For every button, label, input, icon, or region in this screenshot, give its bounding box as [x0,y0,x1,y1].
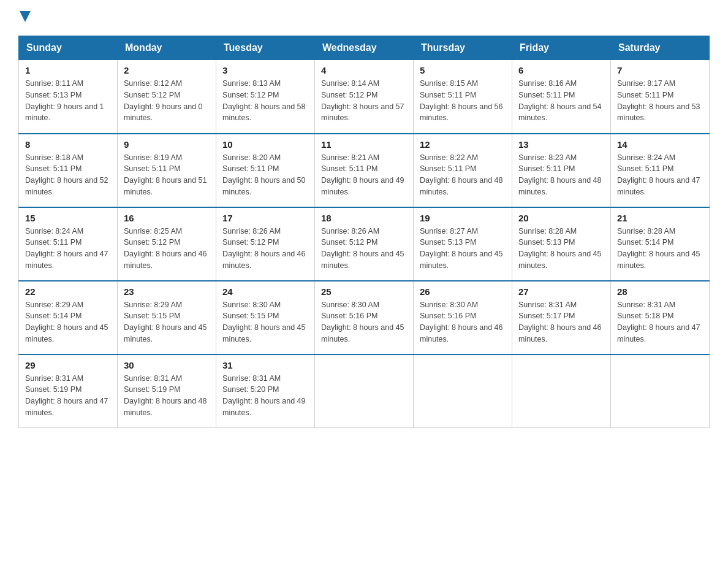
week-row-1: 1 Sunrise: 8:11 AMSunset: 5:13 PMDayligh… [19,60,710,134]
day-info: Sunrise: 8:15 AMSunset: 5:11 PMDaylight:… [420,78,506,124]
week-row-3: 15 Sunrise: 8:24 AMSunset: 5:11 PMDaylig… [19,207,710,281]
day-info: Sunrise: 8:29 AMSunset: 5:15 PMDaylight:… [124,299,210,345]
day-number: 3 [222,65,308,75]
column-header-wednesday: Wednesday [315,36,414,60]
day-number: 5 [420,65,506,75]
day-info: Sunrise: 8:16 AMSunset: 5:11 PMDaylight:… [518,78,604,124]
day-number: 8 [25,139,111,150]
svg-marker-0 [20,11,31,22]
calendar-cell: 30 Sunrise: 8:31 AMSunset: 5:19 PMDaylig… [118,354,216,428]
calendar-cell: 24 Sunrise: 8:30 AMSunset: 5:15 PMDaylig… [216,281,315,354]
day-number: 13 [518,139,604,150]
calendar-cell: 12 Sunrise: 8:22 AMSunset: 5:11 PMDaylig… [414,134,512,207]
day-info: Sunrise: 8:29 AMSunset: 5:14 PMDaylight:… [25,299,111,345]
day-number: 7 [617,65,703,75]
day-info: Sunrise: 8:23 AMSunset: 5:11 PMDaylight:… [518,152,604,198]
day-number: 27 [518,286,604,297]
calendar-cell: 10 Sunrise: 8:20 AMSunset: 5:11 PMDaylig… [216,134,315,207]
calendar-cell: 5 Sunrise: 8:15 AMSunset: 5:11 PMDayligh… [414,60,512,134]
day-number: 29 [25,360,111,370]
day-info: Sunrise: 8:31 AMSunset: 5:19 PMDaylight:… [25,373,111,419]
day-info: Sunrise: 8:31 AMSunset: 5:17 PMDaylight:… [518,299,604,345]
calendar-cell: 28 Sunrise: 8:31 AMSunset: 5:18 PMDaylig… [611,281,710,354]
day-number: 11 [321,139,407,150]
calendar-cell: 2 Sunrise: 8:12 AMSunset: 5:12 PMDayligh… [118,60,216,134]
day-info: Sunrise: 8:30 AMSunset: 5:15 PMDaylight:… [222,299,308,345]
day-info: Sunrise: 8:24 AMSunset: 5:11 PMDaylight:… [25,226,111,272]
week-row-5: 29 Sunrise: 8:31 AMSunset: 5:19 PMDaylig… [19,354,710,428]
day-number: 25 [321,286,407,297]
day-number: 12 [420,139,506,150]
calendar-cell: 6 Sunrise: 8:16 AMSunset: 5:11 PMDayligh… [512,60,611,134]
day-info: Sunrise: 8:13 AMSunset: 5:12 PMDaylight:… [222,78,308,124]
week-row-4: 22 Sunrise: 8:29 AMSunset: 5:14 PMDaylig… [19,281,710,354]
day-number: 6 [518,65,604,75]
day-info: Sunrise: 8:26 AMSunset: 5:12 PMDaylight:… [222,226,308,272]
calendar-cell [611,354,710,428]
day-info: Sunrise: 8:18 AMSunset: 5:11 PMDaylight:… [25,152,111,198]
calendar-cell: 23 Sunrise: 8:29 AMSunset: 5:15 PMDaylig… [118,281,216,354]
calendar-cell: 4 Sunrise: 8:14 AMSunset: 5:12 PMDayligh… [315,60,414,134]
day-number: 28 [617,286,703,297]
day-number: 2 [124,65,210,75]
day-info: Sunrise: 8:26 AMSunset: 5:12 PMDaylight:… [321,226,407,272]
day-number: 19 [420,213,506,223]
calendar-cell: 29 Sunrise: 8:31 AMSunset: 5:19 PMDaylig… [19,354,118,428]
column-header-tuesday: Tuesday [216,36,315,60]
day-number: 23 [124,286,210,297]
calendar-cell: 8 Sunrise: 8:18 AMSunset: 5:11 PMDayligh… [19,134,118,207]
day-number: 21 [617,213,703,223]
week-row-2: 8 Sunrise: 8:18 AMSunset: 5:11 PMDayligh… [19,134,710,207]
calendar-cell: 14 Sunrise: 8:24 AMSunset: 5:11 PMDaylig… [611,134,710,207]
calendar-cell: 15 Sunrise: 8:24 AMSunset: 5:11 PMDaylig… [19,207,118,281]
day-number: 14 [617,139,703,150]
column-header-sunday: Sunday [19,36,118,60]
day-info: Sunrise: 8:30 AMSunset: 5:16 PMDaylight:… [420,299,506,345]
day-info: Sunrise: 8:12 AMSunset: 5:12 PMDaylight:… [124,78,210,124]
day-number: 18 [321,213,407,223]
day-number: 17 [222,213,308,223]
calendar-cell: 21 Sunrise: 8:28 AMSunset: 5:14 PMDaylig… [611,207,710,281]
day-info: Sunrise: 8:31 AMSunset: 5:18 PMDaylight:… [617,299,703,345]
calendar-cell: 19 Sunrise: 8:27 AMSunset: 5:13 PMDaylig… [414,207,512,281]
calendar-cell: 17 Sunrise: 8:26 AMSunset: 5:12 PMDaylig… [216,207,315,281]
day-info: Sunrise: 8:31 AMSunset: 5:19 PMDaylight:… [124,373,210,419]
day-info: Sunrise: 8:27 AMSunset: 5:13 PMDaylight:… [420,226,506,272]
calendar-cell: 22 Sunrise: 8:29 AMSunset: 5:14 PMDaylig… [19,281,118,354]
calendar-cell: 20 Sunrise: 8:28 AMSunset: 5:13 PMDaylig… [512,207,611,281]
calendar-header-row: SundayMondayTuesdayWednesdayThursdayFrid… [19,36,710,60]
calendar-cell: 18 Sunrise: 8:26 AMSunset: 5:12 PMDaylig… [315,207,414,281]
day-info: Sunrise: 8:14 AMSunset: 5:12 PMDaylight:… [321,78,407,124]
page-header [18,12,710,23]
day-number: 16 [124,213,210,223]
day-number: 15 [25,213,111,223]
calendar-cell: 31 Sunrise: 8:31 AMSunset: 5:20 PMDaylig… [216,354,315,428]
day-number: 4 [321,65,407,75]
day-info: Sunrise: 8:21 AMSunset: 5:11 PMDaylight:… [321,152,407,198]
day-info: Sunrise: 8:31 AMSunset: 5:20 PMDaylight:… [222,373,308,419]
calendar-cell: 13 Sunrise: 8:23 AMSunset: 5:11 PMDaylig… [512,134,611,207]
column-header-monday: Monday [118,36,216,60]
calendar-cell: 27 Sunrise: 8:31 AMSunset: 5:17 PMDaylig… [512,281,611,354]
logo [18,12,31,23]
day-number: 20 [518,213,604,223]
day-info: Sunrise: 8:25 AMSunset: 5:12 PMDaylight:… [124,226,210,272]
day-number: 10 [222,139,308,150]
logo-arrow-icon [20,11,31,25]
day-info: Sunrise: 8:17 AMSunset: 5:11 PMDaylight:… [617,78,703,124]
day-info: Sunrise: 8:28 AMSunset: 5:13 PMDaylight:… [518,226,604,272]
calendar-cell: 7 Sunrise: 8:17 AMSunset: 5:11 PMDayligh… [611,60,710,134]
column-header-thursday: Thursday [414,36,512,60]
calendar-cell: 9 Sunrise: 8:19 AMSunset: 5:11 PMDayligh… [118,134,216,207]
day-info: Sunrise: 8:22 AMSunset: 5:11 PMDaylight:… [420,152,506,198]
day-number: 1 [25,65,111,75]
day-number: 9 [124,139,210,150]
day-number: 26 [420,286,506,297]
day-info: Sunrise: 8:19 AMSunset: 5:11 PMDaylight:… [124,152,210,198]
column-header-saturday: Saturday [611,36,710,60]
day-info: Sunrise: 8:11 AMSunset: 5:13 PMDaylight:… [25,78,111,124]
day-info: Sunrise: 8:24 AMSunset: 5:11 PMDaylight:… [617,152,703,198]
calendar-table: SundayMondayTuesdayWednesdayThursdayFrid… [18,36,710,428]
day-info: Sunrise: 8:20 AMSunset: 5:11 PMDaylight:… [222,152,308,198]
calendar-cell [414,354,512,428]
